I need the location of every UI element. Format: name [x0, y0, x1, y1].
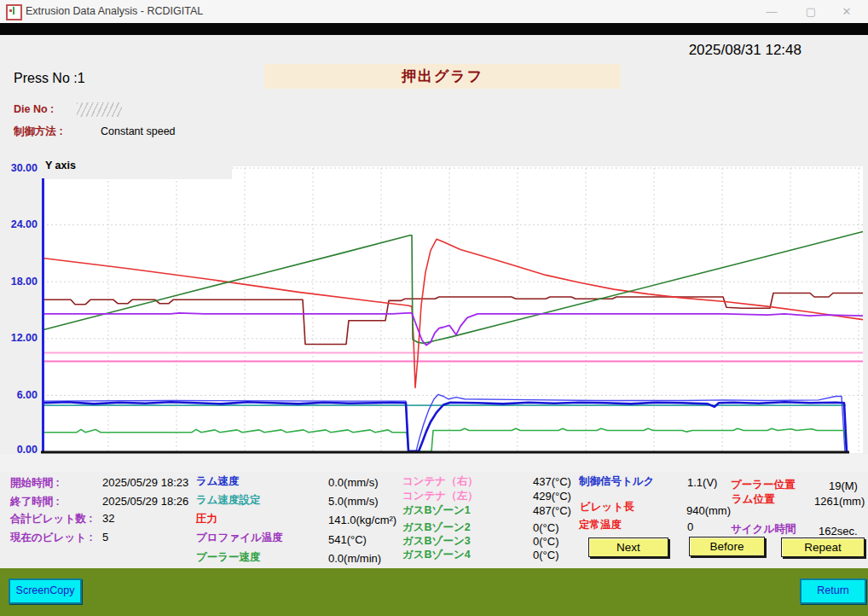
before-button[interactable]: Before — [689, 537, 765, 556]
end-time-label: 終了時間 : — [10, 495, 60, 509]
container-left-label: コンテナ（左） — [402, 489, 478, 503]
profile-temp-label: プロファイル温度 — [196, 531, 283, 545]
total-billets-value: 32 — [102, 512, 114, 525]
die-no-label: Die No : — [14, 103, 54, 115]
graph-title: 押出グラフ — [264, 64, 621, 89]
ram-speed-label: ラム速度 — [196, 474, 240, 489]
series-profile-temp2-purple — [43, 313, 863, 346]
puller-speed-value: 0.0(m/min) — [328, 552, 381, 565]
maximize-button[interactable]: ▢ — [801, 0, 820, 23]
y-tick-24: 24.00 — [0, 218, 38, 230]
gas-b-zone1-label: ガスBゾーン1 — [402, 503, 471, 518]
current-billet-value: 5 — [102, 531, 108, 543]
puller-speed-label: プーラー速度 — [196, 550, 261, 565]
container-right-label: コンテナ（右） — [402, 474, 478, 489]
series-billet-temp-green — [43, 231, 863, 343]
app-icon — [6, 4, 22, 20]
next-button[interactable]: Next — [588, 538, 668, 557]
chart-series-layer — [43, 231, 863, 451]
chart-h-scrollbar[interactable]: ◀ ▶ — [0, 454, 868, 472]
container-right-value: 437(°C) — [533, 475, 571, 488]
y-axis-title: Y axis — [45, 160, 76, 171]
billet-length-label: ビレット長 — [580, 500, 634, 514]
app-window: Extrusion Data Analysis - RCDIGITAL — ▢ … — [0, 0, 868, 616]
steady-temp-value: 0 — [687, 520, 693, 533]
control-signal-torque-label: 制御信号トルク — [579, 474, 654, 489]
header-divider — [0, 23, 868, 35]
ram-position-label: ラム位置 — [732, 492, 775, 507]
close-button[interactable]: ✕ — [837, 0, 856, 23]
container-left-value: 429(°C) — [533, 490, 571, 503]
gas-b-zone2-value: 0(°C) — [533, 521, 558, 534]
ram-speed-value: 0.0(mm/s) — [328, 476, 379, 489]
gas-b-zone3-label: ガスBゾーン3 — [402, 534, 471, 549]
minimize-button[interactable]: — — [762, 0, 781, 23]
pressure-value: 141.0(kg/cm²) — [328, 514, 396, 526]
ram-position-value: 1261(mm) — [814, 495, 865, 508]
pressure-label: 圧力 — [196, 512, 217, 526]
window-title: Extrusion Data Analysis - RCDIGITAL — [26, 0, 203, 23]
current-billet-label: 現在のビレット : — [10, 531, 93, 545]
bottom-bar — [0, 568, 868, 616]
datetime-display: 2025/08/31 12:48 — [689, 42, 801, 59]
series-ram-speed-thin-blue — [43, 394, 845, 451]
y-tick-12: 12.00 — [0, 332, 38, 344]
control-method-label: 制御方法 : — [14, 125, 63, 139]
gas-b-zone4-value: 0(°C) — [533, 549, 558, 561]
app-icon-graph-line — [13, 7, 14, 15]
app-icon-dot — [9, 9, 12, 12]
ram-speed-set-label: ラム速度設定 — [196, 493, 261, 508]
billet-length-value: 940(mm) — [686, 504, 731, 517]
cycle-time-label: サイクル時間 — [731, 522, 796, 537]
total-billets-label: 合計ビレット数 : — [10, 512, 92, 526]
gas-b-zone1-value: 487(°C) — [533, 504, 571, 517]
series-profile-temp-maroon — [43, 293, 863, 345]
start-time-value: 2025/05/29 18:23 — [102, 476, 188, 489]
puller-position-label: プーラー位置 — [731, 478, 796, 492]
puller-position-value: 19(M) — [829, 479, 858, 492]
screencopy-button[interactable]: ScreenCopy — [9, 578, 82, 604]
control-method-value: Constant speed — [101, 125, 176, 137]
gas-b-zone2-label: ガスBゾーン2 — [402, 520, 471, 535]
return-button[interactable]: Return — [800, 578, 866, 604]
gas-b-zone4-label: ガスBゾーン4 — [402, 548, 471, 562]
start-time-label: 開始時間 : — [10, 476, 60, 491]
series-ram-speed-thick-blue — [43, 402, 847, 451]
steady-temp-label: 定常温度 — [579, 518, 622, 532]
series-pressure-red — [43, 239, 863, 387]
gas-b-zone3-value: 0(°C) — [533, 535, 558, 548]
series-puller-speed-green — [43, 428, 847, 451]
cycle-time-value: 162sec. — [819, 525, 858, 538]
repeat-button[interactable]: Repeat — [781, 538, 865, 557]
title-bar: Extrusion Data Analysis - RCDIGITAL — ▢ … — [0, 0, 868, 23]
graph-title-box: 押出グラフ — [264, 64, 621, 89]
end-time-value: 2025/05/29 18:26 — [102, 495, 188, 508]
profile-temp-value: 541(°C) — [328, 533, 367, 546]
ram-speed-set-value: 5.0(mm/s) — [328, 495, 379, 508]
y-tick-30: 30.00 — [0, 162, 38, 174]
y-tick-6: 6.00 — [0, 389, 38, 401]
press-no-label: Press No :1 — [14, 71, 85, 86]
control-signal-torque-value: 1.1(V) — [687, 476, 717, 489]
y-tick-18: 18.00 — [0, 276, 38, 288]
die-no-hatch — [77, 102, 122, 117]
